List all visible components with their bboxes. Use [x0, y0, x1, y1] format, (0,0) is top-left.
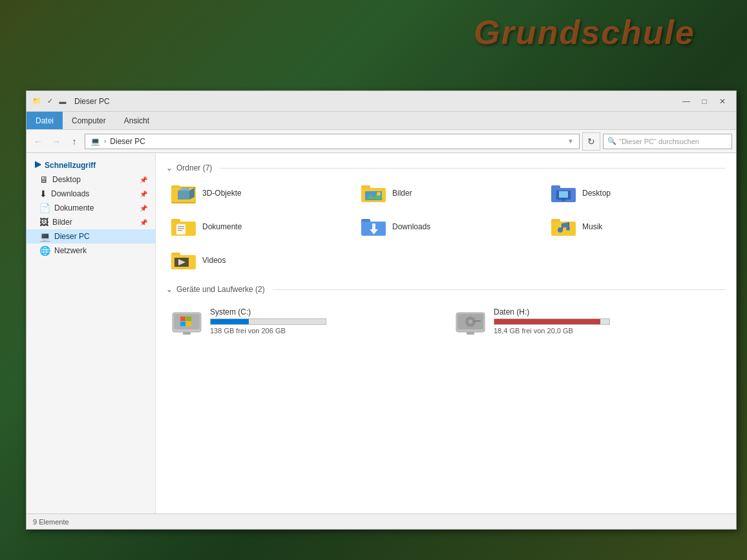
- drive-name-h: Daten (H:): [494, 307, 721, 316]
- drive-info-c: System (C:) 138 GB frei von 206 GB: [210, 307, 437, 335]
- folder-item-videos[interactable]: Videos: [166, 246, 346, 275]
- folder-item-musik[interactable]: Musik: [546, 213, 726, 241]
- ordner-chevron[interactable]: ⌄: [166, 163, 173, 172]
- drive-size-c: 138 GB frei von 206 GB: [210, 327, 437, 335]
- sidebar-schnellzugriff[interactable]: ⯈ Schnellzugriff: [26, 158, 155, 172]
- svg-rect-55: [186, 322, 191, 326]
- dropdown-arrow[interactable]: ▼: [567, 138, 574, 145]
- svg-rect-36: [562, 223, 563, 230]
- svg-rect-4: [178, 191, 189, 200]
- ordner-section-header: ⌄ Ordner (7): [166, 163, 726, 172]
- folder-icon-musik: [551, 216, 577, 237]
- dokumente-sidebar-icon: 📄: [39, 203, 50, 213]
- folder-item-dokumente[interactable]: Dokumente: [166, 213, 346, 241]
- downloads-sidebar-icon: ⬇: [39, 189, 47, 199]
- sidebar-item-downloads-label: Downloads: [51, 189, 89, 198]
- folder-icon-desktop: [551, 183, 577, 203]
- menu-tab-datei[interactable]: Datei: [26, 112, 63, 129]
- minimize-button[interactable]: —: [678, 95, 695, 108]
- svg-rect-52: [180, 316, 185, 321]
- sidebar: ⯈ Schnellzugriff 🖥 Desktop 📌 ⬇ Downloads…: [26, 153, 156, 513]
- folder-item-bilder[interactable]: Bilder: [356, 179, 536, 207]
- sidebar-item-bilder[interactable]: 🖼 Bilder 📌: [26, 215, 155, 229]
- drives-grid: System (C:) 138 GB frei von 206 GB: [166, 300, 726, 342]
- path-arrow: ›: [104, 138, 106, 145]
- explorer-window: 📁 ✓ ▬ Dieser PC — □ ✕ Datei Computer Ans…: [26, 90, 737, 530]
- folder-icon-dokumente: [171, 216, 197, 237]
- folder-name-downloads: Downloads: [392, 222, 430, 231]
- menu-tab-ansicht[interactable]: Ansicht: [115, 112, 158, 129]
- drive-item-h[interactable]: Daten (H:) 18,4 GB frei von 20,0 GB: [450, 300, 726, 342]
- main-panel: ⌄ Ordner (7): [156, 153, 736, 513]
- refresh-button[interactable]: ↻: [582, 132, 600, 150]
- title-bar: 📁 ✓ ▬ Dieser PC — □ ✕: [26, 91, 736, 112]
- dieser-pc-sidebar-icon: 💻: [39, 231, 50, 242]
- drive-info-h: Daten (H:) 18,4 GB frei von 20,0 GB: [494, 307, 721, 335]
- folder-svg-videos: [171, 250, 197, 271]
- svg-rect-46: [187, 261, 189, 263]
- svg-rect-53: [186, 316, 191, 321]
- svg-rect-37: [568, 222, 569, 229]
- title-bar-title: Dieser PC: [74, 97, 110, 106]
- status-bar: 9 Elemente: [26, 513, 736, 529]
- drive-svg-h: [455, 307, 486, 335]
- drive-icon-c: [171, 306, 202, 337]
- sidebar-item-netzwerk-label: Netzwerk: [54, 246, 87, 255]
- svg-rect-23: [178, 226, 184, 227]
- close-button[interactable]: ✕: [714, 95, 731, 108]
- folder-svg-3d: [171, 183, 197, 203]
- folder-icon-bilder: [361, 183, 387, 203]
- bilder-sidebar-icon: 🖼: [39, 217, 48, 227]
- sidebar-item-dokumente-label: Dokumente: [54, 203, 94, 213]
- path-current: Dieser PC: [110, 137, 145, 146]
- title-bar-icons: 📁 ✓ ▬: [32, 96, 68, 107]
- address-bar: ← → ↑ 💻 › Dieser PC ▼ ↻ 🔍 "Dieser PC" du…: [26, 130, 736, 153]
- sidebar-item-dokumente[interactable]: 📄 Dokumente 📌: [26, 201, 155, 215]
- content-area: ⯈ Schnellzugriff 🖥 Desktop 📌 ⬇ Downloads…: [26, 153, 736, 513]
- ordner-section-label: Ordner (7): [176, 163, 212, 172]
- title-bar-controls: — □ ✕: [678, 95, 731, 108]
- drive-bar-h: [494, 319, 600, 324]
- sidebar-item-desktop[interactable]: 🖥 Desktop 📌: [26, 172, 155, 187]
- drive-name-c: System (C:): [210, 307, 437, 316]
- search-placeholder: "Dieser PC" durchsuchen: [619, 138, 699, 145]
- search-icon: 🔍: [607, 137, 616, 145]
- folder-name-bilder: Bilder: [392, 189, 412, 198]
- folder-name-dokumente: Dokumente: [202, 222, 242, 231]
- sidebar-item-bilder-label: Bilder: [52, 218, 72, 227]
- drives-chevron[interactable]: ⌄: [166, 285, 173, 294]
- svg-rect-43: [174, 261, 176, 263]
- drives-section-label: Geräte und Laufwerke (2): [176, 285, 265, 294]
- drive-bar-container-h: [494, 318, 610, 325]
- drive-icon-h: [455, 306, 486, 337]
- pin-icon-desktop: 📌: [140, 176, 147, 183]
- svg-rect-18: [562, 200, 565, 201]
- folder-name-3d-objekte: 3D-Objekte: [202, 189, 242, 198]
- svg-rect-47: [187, 264, 189, 266]
- folder-item-3d-objekte[interactable]: 3D-Objekte: [166, 179, 346, 207]
- maximize-button[interactable]: □: [696, 95, 713, 108]
- sidebar-item-dieser-pc[interactable]: 💻 Dieser PC: [26, 229, 155, 244]
- folder-icon-3d: [171, 183, 197, 203]
- pin-icon-dokumente: 📌: [140, 205, 147, 212]
- up-button[interactable]: ↑: [67, 134, 82, 149]
- folder-icon-small: 📁: [32, 96, 42, 107]
- sidebar-item-netzwerk[interactable]: 🌐 Netzwerk: [26, 244, 155, 258]
- folder-item-downloads[interactable]: Downloads: [356, 213, 536, 241]
- svg-rect-54: [180, 322, 185, 326]
- folder-grid: 3D-Objekte: [166, 179, 726, 275]
- address-field[interactable]: 💻 › Dieser PC ▼: [85, 134, 580, 149]
- folder-item-desktop[interactable]: Desktop: [546, 179, 726, 207]
- status-text: 9 Elemente: [33, 518, 69, 526]
- sidebar-item-downloads[interactable]: ⬇ Downloads 📌: [26, 187, 155, 201]
- pin-icon-bilder: 📌: [140, 219, 147, 226]
- menu-bar: Datei Computer Ansicht: [26, 112, 736, 130]
- svg-rect-29: [372, 223, 375, 230]
- back-button[interactable]: ←: [30, 134, 46, 149]
- forward-button[interactable]: →: [48, 134, 64, 149]
- drive-item-c[interactable]: System (C:) 138 GB frei von 206 GB: [166, 300, 442, 342]
- sidebar-item-desktop-label: Desktop: [52, 175, 81, 184]
- svg-rect-45: [187, 258, 189, 260]
- search-box[interactable]: 🔍 "Dieser PC" durchsuchen: [603, 134, 732, 149]
- menu-tab-computer[interactable]: Computer: [63, 112, 115, 129]
